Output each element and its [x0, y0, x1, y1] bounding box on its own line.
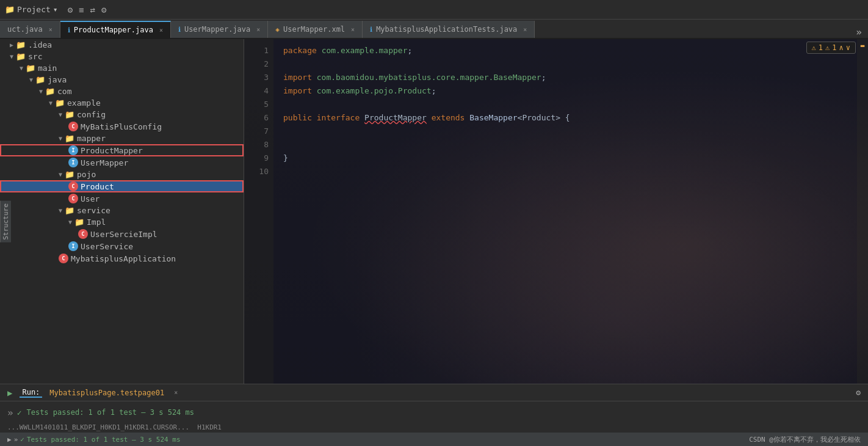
sidebar-item-com[interactable]: ▼ 📁 com	[0, 86, 244, 97]
sidebar-item-config[interactable]: ▼ 📁 config	[0, 109, 244, 120]
code-editor[interactable]: package com.example.mapper; import com.b…	[273, 39, 857, 384]
settings-icon[interactable]: ⚙	[68, 5, 73, 15]
sidebar-item-label: Impl	[87, 218, 106, 227]
nav-up-icon[interactable]: ∧	[839, 43, 844, 52]
main-content: ▶ 📁 .idea ▼ 📁 src ▼ 📁 main ▼ 📁 java ▼ 📁 …	[0, 39, 868, 384]
warning-count-1: 1	[819, 43, 823, 52]
warning-icon-2: ⚠	[825, 43, 830, 52]
bottom-log-line: ...WWLLM1401011_BLKDPI_H0KD1_H1KDR1.CURS…	[0, 423, 868, 433]
project-title: Project	[17, 5, 51, 14]
sidebar-item-userservice[interactable]: I UserService	[0, 240, 244, 252]
sidebar-item-label: MybatisplusApplication	[71, 254, 176, 263]
line-number: 6	[244, 111, 269, 125]
sidebar-item-impl[interactable]: ▼ 📁 Impl	[0, 216, 244, 228]
chevron-down-icon: ▼	[20, 65, 23, 71]
code-line-4: import com.example.pojo.Product;	[283, 84, 847, 98]
sidebar-item-service[interactable]: ▼ 📁 service	[0, 205, 244, 216]
sidebar-item-java[interactable]: ▼ 📁 java	[0, 74, 244, 86]
class-icon: C	[78, 229, 88, 239]
sidebar-project-tree: ▶ 📁 .idea ▼ 📁 src ▼ 📁 main ▼ 📁 java ▼ 📁 …	[0, 39, 244, 384]
import-path: com.example.pojo.Product	[317, 84, 432, 98]
sidebar-item-idea[interactable]: ▶ 📁 .idea	[0, 39, 244, 51]
tab-label: UserMapper.xml	[283, 25, 345, 34]
gutter-warning-icon: ▬	[861, 42, 865, 49]
chevron-down-icon: ▼	[29, 76, 33, 83]
tab-close-icon[interactable]: ×	[523, 26, 527, 33]
line-number: 2	[244, 57, 269, 71]
sidebar-item-pojo[interactable]: ▼ 📁 pojo	[0, 169, 244, 180]
sidebar-item-label: Product	[81, 182, 114, 191]
keyword: import	[283, 71, 312, 84]
structure-tab[interactable]: Structure	[0, 201, 11, 243]
check-icon-small: ✓	[20, 436, 24, 444]
sidebar-item-productmapper[interactable]: I ProductMapper	[0, 144, 244, 156]
right-gutter: ▬	[857, 39, 868, 384]
project-dropdown-arrow[interactable]: ▾	[53, 5, 58, 14]
layout-icon[interactable]: ≡	[79, 5, 84, 15]
chevron-down-icon: ▼	[68, 219, 72, 225]
gear-icon[interactable]: ⚙	[101, 5, 106, 15]
status-run-text: Tests passed: 1 of 1 test – 3 s 524 ms	[27, 436, 181, 444]
nav-down-icon[interactable]: ∨	[846, 43, 850, 52]
sidebar-item-userserceimpl[interactable]: C UserSercieImpl	[0, 228, 244, 240]
code-line-1: package com.example.mapper;	[283, 44, 847, 57]
editor-area[interactable]: ⚠ 1 ⚠ 1 ∧ ∨ 1 2 3 4 5 6 7 8 9 10	[244, 39, 868, 384]
status-icons: » ✓	[7, 407, 21, 419]
sidebar-item-example[interactable]: ▼ 📁 example	[0, 97, 244, 109]
interface-icon: I	[68, 145, 78, 155]
sidebar-item-label: UserSercieImpl	[90, 230, 157, 239]
run-tab-name[interactable]: MybatisplusPage.testpage01	[49, 389, 164, 397]
package-name: com.example.mapper	[322, 44, 408, 57]
double-right-small: »	[14, 436, 18, 444]
tab-overflow-button[interactable]: »	[850, 26, 868, 38]
sidebar-item-src[interactable]: ▼ 📁 src	[0, 51, 244, 62]
code-line-8	[283, 138, 847, 152]
sidebar-item-label: example	[67, 98, 101, 108]
tab-mybatisplus-test[interactable]: ℹ MybatisplusApplicationTests.java ×	[363, 21, 535, 38]
play-icon-small: ▶	[7, 436, 12, 444]
run-label: Run:	[20, 388, 42, 398]
interface-name: BaseMapper	[469, 111, 517, 125]
tab-type-icon: ◈	[275, 26, 280, 34]
folder-icon: 📁	[74, 218, 84, 227]
toolbar-icons: ⚙ ≡ ⇄ ⚙	[68, 5, 107, 15]
interface-icon: I	[68, 241, 78, 251]
tab-productmapper-java[interactable]: ℹ ProductMapper.java ×	[60, 21, 171, 38]
line-number: 4	[244, 84, 269, 98]
line-number: 7	[244, 125, 269, 138]
code-line-5	[283, 98, 847, 111]
sidebar-item-usermapper[interactable]: I UserMapper	[0, 156, 244, 169]
code-line-3: import com.baomidou.mybatisplus.core.map…	[283, 71, 847, 84]
tab-close-icon[interactable]: ×	[256, 26, 260, 33]
chevron-right-icon: ▶	[10, 42, 13, 48]
keyword: extends	[432, 111, 465, 125]
tab-type-icon: ℹ	[68, 26, 70, 34]
code-line-9: }	[283, 152, 847, 165]
sidebar-item-label: java	[48, 75, 67, 84]
sidebar-item-label: MyBatisPlusConfig	[81, 122, 162, 131]
sidebar-item-product[interactable]: C Product	[0, 180, 244, 192]
tab-close-icon[interactable]: ×	[159, 27, 163, 34]
class-name: ProductMapper	[364, 111, 427, 125]
tab-close-icon[interactable]: ×	[351, 26, 355, 33]
sidebar-item-mybatisplusapp[interactable]: C MybatisplusApplication	[0, 252, 244, 265]
folder-icon: 📁	[65, 170, 74, 179]
sync-icon[interactable]: ⇄	[90, 5, 95, 15]
project-label[interactable]: 📁 Project ▾	[5, 5, 58, 14]
bottom-gear-icon[interactable]: ⚙	[856, 388, 861, 397]
line-number: 5	[244, 98, 269, 111]
tab-usermapper-xml[interactable]: ◈ UserMapper.xml ×	[268, 21, 363, 38]
class-icon: C	[68, 181, 78, 191]
tab-product-java[interactable]: uct.java ×	[0, 21, 60, 38]
tab-type-icon: ℹ	[178, 26, 181, 34]
tab-close-icon[interactable]: ×	[49, 26, 52, 33]
sidebar-item-main[interactable]: ▼ 📁 main	[0, 62, 244, 74]
class-icon: C	[68, 194, 78, 203]
run-tab-close[interactable]: ×	[174, 389, 178, 396]
tabs-bar: uct.java × ℹ ProductMapper.java × ℹ User…	[0, 20, 868, 39]
sidebar-item-mapper[interactable]: ▼ 📁 mapper	[0, 133, 244, 144]
code-line-10	[283, 165, 847, 178]
sidebar-item-mybatisplusconfig[interactable]: C MyBatisPlusConfig	[0, 120, 244, 133]
sidebar-item-user[interactable]: C User	[0, 192, 244, 205]
tab-usermapper-java[interactable]: ℹ UserMapper.java ×	[171, 21, 268, 38]
